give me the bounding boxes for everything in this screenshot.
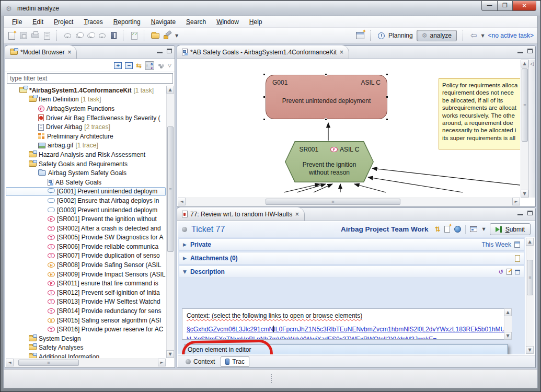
selection-handle[interactable]: [263, 73, 266, 76]
tree-item[interactable]: Safety Goals and Requirements: [6, 159, 166, 169]
ticket-vertical-scrollbar[interactable]: ▲ ≡ ▼: [526, 238, 534, 354]
synchronize-icon[interactable]: ⇅: [435, 226, 441, 233]
selection-handle[interactable]: [325, 118, 327, 121]
window-minimize-button[interactable]: —: [481, 1, 498, 11]
tree-item[interactable]: Safety Analyses: [6, 343, 166, 353]
menu-traces[interactable]: Traces: [78, 17, 108, 27]
scheduled-value[interactable]: This Week: [482, 241, 511, 248]
tree-item[interactable]: Preliminary Architecture: [6, 132, 166, 141]
tree-item[interactable]: T[SR012] Prevent self-iginition of Initi…: [6, 288, 166, 297]
tree-item[interactable]: FAirbagSystem Functions: [6, 104, 166, 113]
back-dropdown-icon[interactable]: ▼: [481, 33, 484, 38]
sort-alphabetically-icon[interactable]: az: [145, 61, 154, 70]
report-icon[interactable]: [44, 32, 50, 40]
tree-item[interactable]: Driver Air Bag Effectiveness by Severity…: [6, 113, 166, 123]
tree-item[interactable]: H[SR009] Provide Impact Sensors (ASIL: [6, 270, 166, 279]
menu-help[interactable]: Help: [244, 17, 268, 27]
tree-item[interactable]: F[SR011] esnure that fire command is: [6, 279, 166, 288]
notebook-icon[interactable]: [111, 32, 117, 39]
tree-item[interactable]: Driver Airbag [2 traces]: [6, 122, 166, 132]
palette-expand-icon[interactable]: ◁: [529, 62, 535, 66]
tree-item[interactable]: [G003] Prevent unintended deploym: [6, 205, 166, 215]
layout-icon[interactable]: [470, 226, 477, 232]
maximize-view-icon[interactable]: [167, 49, 172, 53]
link-with-editor-icon[interactable]: ⇆: [136, 62, 142, 69]
comments-icon[interactable]: [76, 33, 83, 38]
selection-handle[interactable]: [386, 73, 388, 76]
tree-item[interactable]: [G001] Prevent unintended deploym: [6, 187, 166, 197]
tree-item[interactable]: H[SR008] Provide Safing Sensor (ASIL: [6, 260, 166, 270]
model-browser-tab[interactable]: *Model Browser ×: [5, 45, 77, 59]
menu-reporting[interactable]: Reporting: [108, 17, 146, 27]
brush-dropdown-icon[interactable]: ▼: [175, 33, 178, 38]
editor-horizontal-scrollbar[interactable]: ◄ ≡ ►: [178, 198, 520, 206]
menu-project[interactable]: Project: [49, 17, 78, 27]
tree-item[interactable]: T[SR007] Provide duplication of senso: [6, 251, 166, 261]
tree-item[interactable]: T[SR016] Provide power reserve for AC: [6, 325, 166, 334]
selection-handle[interactable]: [263, 118, 266, 121]
refresh-icon[interactable]: ↺: [499, 269, 503, 275]
minimize-view-icon[interactable]: [517, 211, 523, 215]
tree-horizontal-scrollbar[interactable]: ◄ ≡ ►: [6, 359, 166, 367]
filter-input[interactable]: [7, 73, 173, 84]
menu-file[interactable]: File: [7, 17, 27, 27]
window-maximize-button[interactable]: ❐: [498, 1, 513, 11]
tree-item[interactable]: Hazard Analysis and Risk Assessment: [6, 150, 166, 159]
tree-item[interactable]: System Design: [6, 334, 166, 343]
description-vertical-scrollbar[interactable]: ▲ ▼: [504, 308, 512, 340]
tree-item[interactable]: AB Safety Goals: [6, 178, 166, 187]
section-private[interactable]: ▶ Private This Week: [179, 238, 524, 251]
back-arrow-icon[interactable]: ⇦: [470, 32, 477, 40]
diagram-canvas[interactable]: G001 ASIL C Prevent unintended deploymen…: [178, 60, 520, 198]
selection-handle[interactable]: [325, 73, 327, 76]
minimize-view-icon[interactable]: [517, 49, 523, 53]
tree-item[interactable]: Additional Information: [6, 352, 166, 358]
tree-item[interactable]: F[SR001] Prevent the ignition without: [6, 214, 166, 224]
edit-icon[interactable]: [507, 269, 512, 275]
ticket-tab[interactable]: 77: Review wrt. to random HW-faults ×: [177, 207, 305, 221]
tree-item[interactable]: T[SR014] Provide redundancy for sens: [6, 306, 166, 316]
selection-handle[interactable]: [386, 96, 388, 98]
perspective-planning[interactable]: Planning: [388, 32, 413, 39]
tree-item[interactable]: airbag.gif [1 trace]: [6, 141, 166, 151]
tree-item[interactable]: S[SR015] Safing sensor algorithm (ASI: [6, 316, 166, 325]
section-description[interactable]: ▼ Description ↺: [179, 266, 524, 278]
close-icon[interactable]: ×: [67, 50, 72, 55]
filters-icon[interactable]: [157, 63, 165, 68]
submit-button[interactable]: Submit: [490, 223, 531, 235]
context-menu-item[interactable]: Open element in editor: [185, 344, 508, 354]
window-close-button[interactable]: ×: [513, 1, 536, 11]
diagram-note[interactable]: Policy for requirments allocarequirement…: [439, 78, 520, 149]
comment-person-icon[interactable]: [99, 33, 106, 38]
tree-vertical-scrollbar[interactable]: ▲ ≡ ▼: [166, 86, 174, 358]
palette-flyout[interactable]: ◁: [528, 60, 535, 198]
paintbrush-icon[interactable]: [163, 31, 171, 40]
print-icon[interactable]: [31, 33, 39, 38]
editor-vertical-scrollbar[interactable]: ▲ ≡ ▼: [521, 60, 528, 198]
tree-item[interactable]: [G002] Ensure that Airbag deploys in: [6, 196, 166, 205]
element-link-line2[interactable]: kLXpSNmFXaTNycHpBLnNhZmV0eWdvYWwjXzdES0x…: [187, 335, 507, 340]
selection-handle[interactable]: [263, 96, 266, 98]
title-bar[interactable]: ⚙ medini analyze — ❐ ×: [1, 1, 540, 16]
tree-item[interactable]: T[SR002] After a crash is detected and: [6, 224, 166, 233]
editor-tab[interactable]: *AB Safety Goals - AirbagSystem1.4Confor…: [177, 45, 349, 59]
menu-search[interactable]: Search: [181, 17, 211, 27]
tree-item[interactable]: T[SR013] Provide HW Selftest Watchd: [6, 297, 166, 307]
perspective-analyze[interactable]: ⚙ analyze: [417, 30, 457, 41]
tab-context[interactable]: Context: [181, 356, 219, 367]
new-task-icon[interactable]: [444, 226, 450, 233]
comment-icon[interactable]: [64, 33, 71, 38]
view-menu-icon[interactable]: ▽: [168, 63, 171, 68]
comment-discussion-icon[interactable]: [87, 33, 94, 38]
minimize-view-icon[interactable]: [157, 49, 163, 53]
open-perspective-icon[interactable]: [356, 32, 364, 39]
layout-dropdown-icon[interactable]: ▼: [482, 227, 485, 232]
goal-node-g001[interactable]: G001 ASIL C Prevent unintended deploymen…: [266, 75, 387, 119]
close-icon[interactable]: ×: [295, 212, 299, 217]
close-icon[interactable]: ×: [339, 50, 343, 55]
collapse-all-icon[interactable]: −: [125, 62, 133, 69]
open-folder-icon[interactable]: [151, 33, 159, 39]
tree-item[interactable]: Airbag System Safety Goals: [6, 168, 166, 178]
section-attachments[interactable]: ▶ Attachments (0): [179, 252, 524, 264]
statusbar-grip[interactable]: [271, 374, 272, 383]
